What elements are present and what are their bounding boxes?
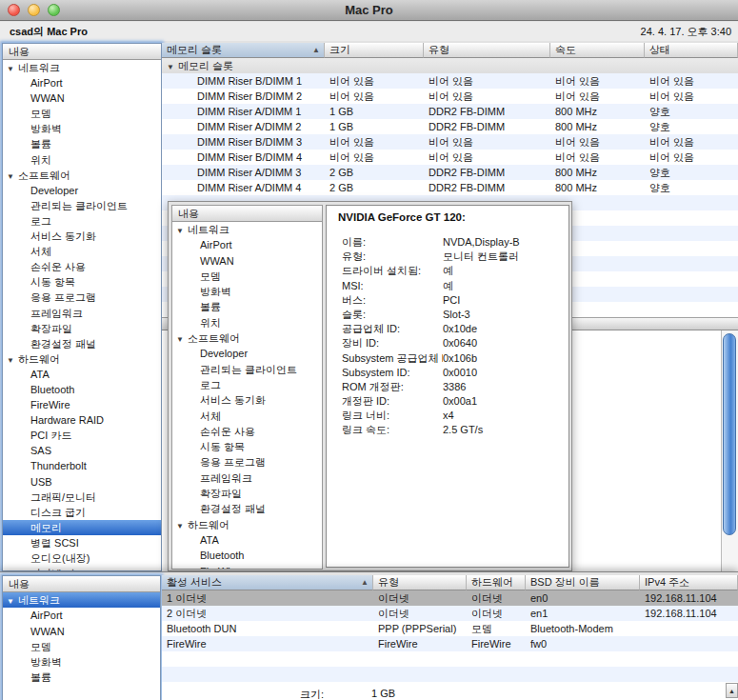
tree-item[interactable]: 모뎀	[3, 639, 160, 654]
tree-item[interactable]: Bluetooth	[172, 548, 322, 563]
disclosure-triangle-icon[interactable]: ▼	[176, 224, 188, 237]
disclosure-triangle-icon[interactable]: ▼	[7, 62, 18, 75]
tree-item[interactable]: USB	[3, 474, 161, 490]
table-row[interactable]: 2 이더넷이더넷이더넷en1192.168.11.104	[162, 606, 738, 621]
tree-item[interactable]: AirPort	[3, 608, 160, 623]
tree-item[interactable]: 시동 항목	[172, 439, 322, 454]
tree-item[interactable]: ATA	[3, 367, 161, 382]
scrollbar-thumb[interactable]	[723, 333, 736, 535]
tree-item[interactable]: 병렬 SCSI	[3, 535, 161, 550]
tree-item[interactable]: 서체	[3, 244, 161, 259]
table-row[interactable]: DIMM Riser A/DIMM 11 GBDDR2 FB-DIMM800 M…	[162, 104, 738, 119]
column-header[interactable]: 크기	[325, 43, 424, 58]
tree-item[interactable]: WWAN	[3, 90, 161, 106]
table-row[interactable]: DIMM Riser A/DIMM 21 GBDDR2 FB-DIMM800 M…	[162, 119, 738, 134]
tree-item[interactable]: SAS	[3, 443, 161, 458]
tree-item[interactable]: WWAN	[172, 253, 322, 269]
tree-item[interactable]: 관리되는 클라이언트	[172, 362, 322, 377]
disclosure-triangle-icon[interactable]: ▼	[7, 170, 18, 183]
column-header[interactable]: 속도	[550, 43, 645, 58]
title-bar[interactable]: Mac Pro	[0, 0, 738, 21]
tree-item[interactable]: 로그	[3, 213, 161, 229]
tree-item[interactable]: AirPort	[3, 75, 161, 90]
column-header[interactable]: 유형	[373, 575, 467, 590]
tree-item[interactable]: 방화벽	[3, 654, 160, 670]
tree-item[interactable]: PCI 카드	[3, 428, 161, 443]
tree-item[interactable]: 서체	[172, 409, 322, 424]
tree-item[interactable]: Bluetooth	[3, 382, 161, 397]
tree-item[interactable]: Thunderbolt	[3, 458, 161, 473]
tree-item[interactable]: 볼륨	[172, 299, 322, 314]
table-row[interactable]: DIMM Riser B/DIMM 3비어 있음비어 있음비어 있음비어 있음	[162, 134, 738, 150]
disclosure-triangle-icon[interactable]: ▼	[176, 519, 188, 532]
tree-item[interactable]: 관리되는 클라이언트	[3, 198, 161, 213]
table-row[interactable]: DIMM Riser A/DIMM 32 GBDDR2 FB-DIMM800 M…	[162, 165, 738, 180]
tree-item[interactable]: FireWire	[172, 564, 322, 569]
tree-item[interactable]: 이더넷 카드	[3, 566, 161, 570]
table-group-row[interactable]: ▼메모리 슬롯	[162, 58, 738, 73]
minimize-button[interactable]	[28, 4, 40, 16]
tree-item[interactable]: 확장파일	[172, 486, 322, 501]
column-header[interactable]: IPv4 주소	[640, 575, 738, 590]
tree-item[interactable]: 시동 항목	[3, 274, 161, 290]
tree-item[interactable]: 환경설정 패널	[3, 336, 161, 351]
tree-item[interactable]: 메모리	[3, 520, 161, 535]
tree-item[interactable]: 프레임워크	[172, 470, 322, 486]
tree-item[interactable]: 확장파일	[3, 321, 161, 336]
tree-item[interactable]: 응용 프로그램	[172, 454, 322, 470]
scroll-up-arrow-icon[interactable]: ▲	[726, 683, 738, 698]
tree-item[interactable]: ▼소프트웨어	[172, 330, 322, 346]
tree-item[interactable]: 서비스 동기화	[3, 229, 161, 244]
tree-item[interactable]: ▼하드웨어	[172, 517, 322, 532]
close-button[interactable]	[8, 4, 20, 16]
column-header[interactable]: 메모리 슬롯▲	[162, 43, 325, 58]
tree-item[interactable]: 응용 프로그램	[3, 290, 161, 305]
tree-item[interactable]: ▼하드웨어	[3, 351, 161, 367]
tree-item[interactable]: 볼륨	[3, 136, 161, 151]
table-row[interactable]: DIMM Riser B/DIMM 4비어 있음비어 있음비어 있음비어 있음	[162, 150, 738, 165]
table-row[interactable]: FireWireFireWireFireWirefw0	[162, 636, 738, 651]
tree-item[interactable]: ▼네트워크	[3, 592, 160, 608]
tree-item[interactable]: Developer	[172, 346, 322, 361]
tree-item[interactable]: ATA	[172, 532, 322, 548]
tree-item[interactable]: ▼네트워크	[172, 222, 322, 237]
tree-item[interactable]: FireWire	[3, 397, 161, 412]
tree-item[interactable]: Hardware RAID	[3, 412, 161, 428]
column-header[interactable]: 활성 서비스▲	[162, 575, 373, 590]
column-header[interactable]: BSD 장비 이름	[526, 575, 640, 590]
tree-item[interactable]: 로그	[172, 377, 322, 392]
tree-item[interactable]: 방화벽	[3, 121, 161, 136]
tree-item[interactable]: 서비스 동기화	[172, 392, 322, 408]
column-header[interactable]: 하드웨어	[467, 575, 526, 590]
table-row[interactable]: DIMM Riser A/DIMM 42 GBDDR2 FB-DIMM800 M…	[162, 180, 738, 195]
tree-item[interactable]: 디스크 굽기	[3, 505, 161, 520]
column-header[interactable]: 유형	[424, 43, 550, 58]
tree-item[interactable]: 그래픽/모니터	[3, 490, 161, 505]
tree-item[interactable]: 위치	[3, 152, 161, 168]
table-row[interactable]: 1 이더넷이더넷이더넷en0192.168.11.104	[162, 590, 738, 606]
tree-item[interactable]: 프레임워크	[3, 306, 161, 321]
tree-item[interactable]: 손쉬운 사용	[3, 259, 161, 274]
tree-item[interactable]: 위치	[172, 315, 322, 330]
table-row[interactable]: Bluetooth DUNPPP (PPPSerial)모뎀Bluetooth-…	[162, 621, 738, 636]
tree-item[interactable]: 볼륨	[3, 670, 160, 685]
tree-item[interactable]: 환경설정 패널	[172, 501, 322, 516]
tree-item[interactable]: 방화벽	[172, 284, 322, 299]
tree-item[interactable]: 모뎀	[3, 106, 161, 121]
column-header[interactable]: 상태	[645, 43, 738, 58]
disclosure-triangle-icon[interactable]: ▼	[7, 594, 18, 608]
tree-item[interactable]: ▼네트워크	[3, 60, 161, 75]
tree-item[interactable]: 모뎀	[172, 269, 322, 284]
tree-item[interactable]: 손쉬운 사용	[172, 424, 322, 439]
zoom-button[interactable]	[48, 4, 60, 16]
disclosure-triangle-icon[interactable]: ▼	[176, 332, 188, 346]
table-row[interactable]: DIMM Riser B/DIMM 1비어 있음비어 있음비어 있음비어 있음	[162, 73, 738, 89]
disclosure-triangle-icon[interactable]: ▼	[7, 353, 18, 367]
tree-item[interactable]: AirPort	[172, 237, 322, 252]
tree-item[interactable]: WWAN	[3, 624, 160, 639]
tree-item[interactable]: Developer	[3, 183, 161, 198]
tree-item[interactable]: 오디오(내장)	[3, 550, 161, 566]
tree-item[interactable]: ▼소프트웨어	[3, 168, 161, 183]
table-row[interactable]: DIMM Riser B/DIMM 2비어 있음비어 있음비어 있음비어 있음	[162, 89, 738, 104]
vertical-scrollbar[interactable]	[721, 330, 738, 571]
